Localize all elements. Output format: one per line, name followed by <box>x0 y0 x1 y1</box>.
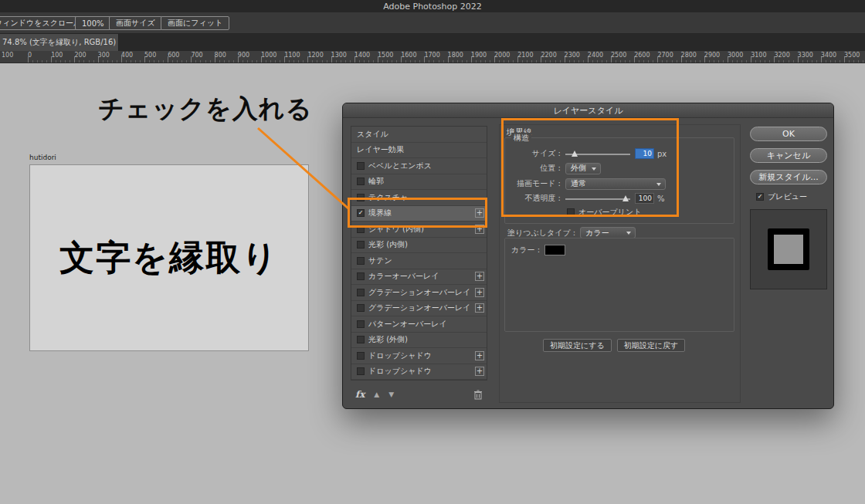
style-row-label: ドロップシャドウ <box>368 366 432 377</box>
style-row-checkbox[interactable] <box>357 289 365 296</box>
style-row-checkbox[interactable] <box>357 241 365 249</box>
ok-button[interactable]: OK <box>750 127 827 141</box>
style-row-4[interactable]: テクスチャ <box>351 190 487 206</box>
add-effect-icon[interactable]: + <box>475 272 484 281</box>
style-row-checkbox[interactable] <box>357 162 365 170</box>
add-effect-icon[interactable]: + <box>475 351 484 360</box>
color-label: カラー : <box>511 245 540 255</box>
opacity-slider-thumb[interactable] <box>622 195 629 201</box>
style-row-checkbox[interactable] <box>357 272 365 280</box>
style-row-1[interactable]: レイヤー効果 <box>351 143 487 159</box>
style-row-10[interactable]: グラデーションオーバーレイ+ <box>351 285 487 301</box>
add-effect-icon[interactable]: + <box>475 367 484 376</box>
style-row-12[interactable]: パターンオーバーレイ <box>351 316 487 333</box>
dialog-titlebar[interactable]: レイヤースタイル <box>343 103 833 118</box>
style-row-5[interactable]: ✓境界線+ <box>351 206 487 222</box>
ruler-tick-label: 3300 <box>798 52 813 59</box>
size-slider-thumb[interactable] <box>572 151 578 157</box>
ruler-tick-label: 2800 <box>681 52 697 59</box>
position-select[interactable]: 外側 <box>565 163 601 174</box>
ruler-tick-label: 1600 <box>401 52 416 59</box>
delete-effect-button[interactable] <box>473 390 483 400</box>
style-row-checkbox[interactable] <box>357 194 365 201</box>
style-row-0[interactable]: スタイル <box>351 127 487 143</box>
overprint-checkbox[interactable] <box>567 208 575 216</box>
style-row-checkbox[interactable] <box>357 352 365 360</box>
zoom-100-button[interactable]: 100% <box>75 16 111 30</box>
fit-on-screen-button[interactable]: 画面にフィット <box>161 16 229 30</box>
style-row-14[interactable]: ドロップシャドウ+ <box>351 348 487 364</box>
size-label: サイズ : <box>505 148 561 159</box>
style-row-9[interactable]: カラーオーバーレイ+ <box>351 269 487 286</box>
document-tab-bar: 74.8% (文字を縁取り, RGB/16) ▾ <box>0 34 865 51</box>
style-row-11[interactable]: グラデーションオーバーレイ+ <box>351 301 487 317</box>
horizontal-ruler[interactable]: 1000100200300400500600700800900100011001… <box>0 51 865 63</box>
ruler-tick-label: 2000 <box>494 52 510 59</box>
fit-screen-size-button[interactable]: 画面サイズ <box>109 16 162 30</box>
size-unit: px <box>657 150 667 158</box>
style-row-checkbox[interactable] <box>357 257 365 265</box>
ruler-tick-label: 2400 <box>588 52 603 59</box>
document-tab[interactable]: 74.8% (文字を縁取り, RGB/16) ▾ <box>0 34 119 51</box>
preview-thumbnail <box>750 209 827 289</box>
preview-label: プレビュー <box>768 191 807 202</box>
style-row-checkbox[interactable] <box>357 336 365 343</box>
fx-menu-button[interactable]: fx <box>355 389 365 400</box>
style-row-8[interactable]: サテン <box>351 253 487 269</box>
style-row-checkbox[interactable] <box>357 225 365 233</box>
opacity-input[interactable]: 100 <box>635 193 654 204</box>
new-style-button[interactable]: 新規スタイル... <box>750 170 827 184</box>
style-row-label: 光彩 (内側) <box>368 239 408 250</box>
ruler-tick-label: 2200 <box>541 52 556 59</box>
blend-mode-select[interactable]: 通常 <box>565 178 666 190</box>
reset-default-button[interactable]: 初期設定に戻す <box>617 339 685 352</box>
opacity-slider[interactable] <box>565 194 630 203</box>
ruler-tick-label: 3000 <box>728 52 743 59</box>
ruler-tick-label: 600 <box>168 52 179 59</box>
color-section: カラー : <box>504 238 734 332</box>
style-row-label: 光彩 (外側) <box>368 334 408 345</box>
size-slider[interactable] <box>565 149 630 158</box>
style-row-7[interactable]: 光彩 (内側) <box>351 238 487 254</box>
style-row-13[interactable]: 光彩 (外側) <box>351 333 487 349</box>
size-input[interactable]: 10 <box>635 148 654 159</box>
style-row-15[interactable]: ドロップシャドウ+ <box>351 364 487 381</box>
fill-type-select[interactable]: カラー <box>580 227 636 238</box>
style-row-checkbox[interactable] <box>357 367 365 375</box>
style-row-3[interactable]: 輪郭 <box>351 174 487 191</box>
canvas-text: 文字を縁取り <box>59 235 279 281</box>
style-row-label: 境界線 <box>368 208 392 218</box>
style-row-label: レイヤー効果 <box>357 144 404 155</box>
app-title: Adobe Photoshop 2022 <box>383 2 482 12</box>
style-row-checkbox[interactable]: ✓ <box>357 209 365 217</box>
add-effect-icon[interactable]: + <box>475 288 484 297</box>
add-effect-icon[interactable]: + <box>475 225 484 234</box>
position-label: 位置 : <box>505 163 561 174</box>
move-effect-down-button[interactable]: ▼ <box>388 391 394 398</box>
make-default-button[interactable]: 初期設定にする <box>543 339 612 352</box>
tool-options-bar: ウィンドウをスクロール 100% 画面サイズ 画面にフィット <box>0 12 865 34</box>
ruler-tick-label: 1900 <box>471 52 487 59</box>
add-effect-icon[interactable]: + <box>475 208 484 218</box>
style-row-label: パターンオーバーレイ <box>368 319 447 330</box>
style-row-checkbox[interactable] <box>357 320 365 328</box>
blend-mode-value: 通常 <box>571 178 586 189</box>
preview-checkbox[interactable]: ✓ <box>756 193 764 201</box>
document-canvas[interactable]: 文字を縁取り <box>29 164 309 351</box>
ruler-tick-label: 100 <box>2 52 13 59</box>
move-effect-up-button[interactable]: ▲ <box>374 391 379 398</box>
add-effect-icon[interactable]: + <box>475 303 484 313</box>
style-row-checkbox[interactable] <box>357 304 365 312</box>
cancel-button[interactable]: キャンセル <box>750 148 827 163</box>
style-row-label: グラデーションオーバーレイ <box>368 287 470 298</box>
style-row-2[interactable]: ベベルとエンボス <box>351 158 487 174</box>
document-tab-label: 74.8% (文字を縁取り, RGB/16) <box>2 37 116 48</box>
overprint-label: オーバープリント <box>578 207 641 218</box>
annotation-text: チェックを入れる <box>98 92 312 127</box>
style-row-label: ベベルとエンボス <box>368 161 432 171</box>
style-row-label: 輪郭 <box>368 176 384 187</box>
stroke-color-swatch[interactable] <box>544 245 565 255</box>
style-row-label: グラデーションオーバーレイ <box>368 303 470 313</box>
style-row-6[interactable]: シャドウ (内側)+ <box>351 222 487 238</box>
style-row-checkbox[interactable] <box>357 178 365 185</box>
